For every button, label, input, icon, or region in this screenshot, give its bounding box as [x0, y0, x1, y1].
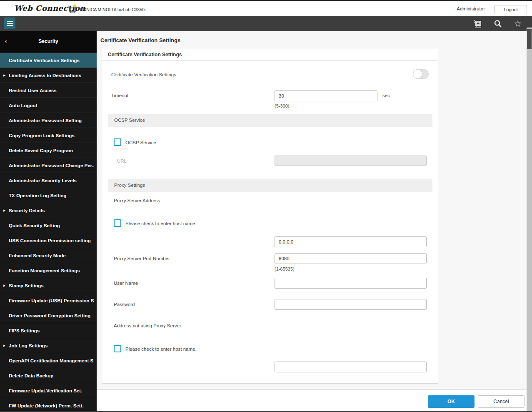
expand-arrow-icon: ▶: [3, 284, 5, 287]
sidebar-item-security-details[interactable]: ▶Security Details: [0, 203, 97, 218]
page-title: Certificate Verification Settings: [100, 37, 180, 43]
cert-verification-toggle[interactable]: [413, 69, 429, 79]
timeout-unit: sec.: [382, 93, 391, 98]
proxy-address-input[interactable]: [275, 236, 427, 247]
timeout-input[interactable]: [275, 90, 377, 101]
sidebar-item-administrator-password-setting[interactable]: ▶Administrator Password Setting: [0, 113, 97, 128]
expand-arrow-icon: ▶: [3, 74, 5, 77]
menu-hamburger-button[interactable]: [4, 18, 15, 29]
cancel-button[interactable]: Cancel: [478, 395, 525, 408]
sidebar-item-job-log-settings[interactable]: ▶Job Log Settings: [0, 338, 97, 353]
sidebar-item-tx-operation-log-setting[interactable]: ▶TX Operation Log Setting: [0, 188, 97, 203]
ocsp-url-input[interactable]: [275, 156, 427, 166]
timeout-range-hint: (5-300): [275, 103, 289, 108]
proxy-server-address-label: Proxy Server Address: [114, 198, 160, 203]
expand-arrow-icon: ▶: [3, 209, 5, 212]
proxy-port-input[interactable]: [275, 253, 427, 264]
sidebar-item-fw-update-network-perm-sett[interactable]: ▶FW Update (Network) Perm. Sett.: [0, 398, 97, 412]
device-name: KONICA MINOLTA bizhub C3350i: [80, 6, 145, 12]
timeout-label: Timeout: [111, 93, 128, 98]
app-header: Web Connection KONICA MINOLTA bizhub C33…: [0, 1, 532, 16]
no-proxy-address-label: Address not using Proxy Server: [114, 323, 181, 328]
password-input[interactable]: [275, 299, 427, 310]
printer-icon: [68, 4, 77, 14]
sidebar-item-auto-logout[interactable]: ▶Auto Logout: [0, 98, 97, 113]
sidebar-header: ‹ Security: [0, 31, 97, 52]
sidebar-menu: ▶Certificate Verification Settings ▶Limi…: [0, 53, 97, 412]
security-sidebar: ‹ Security ▶Certificate Verification Set…: [0, 31, 97, 411]
device-info: KONICA MINOLTA bizhub C3350i: [68, 4, 145, 14]
proxy-hostname-checkbox-label: Please check to enter host name.: [125, 221, 197, 226]
expand-arrow-icon: ▶: [3, 344, 5, 347]
sidebar-item-quick-security-setting[interactable]: ▶Quick Security Setting: [0, 218, 97, 233]
action-footer: OK Cancel: [97, 389, 527, 411]
sidebar-item-firmware-update-verification-set[interactable]: ▶Firmware Updat.Verification Set.: [0, 383, 97, 398]
no-proxy-hostname-checkbox[interactable]: [114, 345, 121, 352]
ocsp-section-title: OCSP Service: [114, 118, 145, 123]
settings-panel: Certificate Verification Settings Certif…: [102, 48, 438, 384]
username-label: User Name: [114, 281, 138, 286]
proxy-hostname-checkbox[interactable]: [114, 219, 121, 227]
ocsp-url-label: URL: [117, 158, 127, 163]
sidebar-title: Security: [0, 38, 97, 44]
sidebar-item-fips-settings[interactable]: ▶FIPS Settings: [0, 323, 97, 338]
logout-button[interactable]: Logout: [495, 5, 527, 14]
no-proxy-hostname-checkbox-label: Please check to enter host name.: [125, 347, 197, 352]
sidebar-item-administrator-security-levels[interactable]: ▶Administrator Security Levels: [0, 173, 97, 188]
vertical-scrollbar[interactable]: [527, 28, 532, 411]
sidebar-item-driver-password-encryption-setting[interactable]: ▶Driver Password Encryption Setting: [0, 308, 97, 323]
sidebar-item-usb-connection-permission-setting[interactable]: ▶USB Connection Permission setting: [0, 233, 97, 248]
toolbar: ☆: [0, 16, 532, 31]
panel-title: Certificate Verification Settings: [108, 52, 182, 58]
ocsp-service-checkbox-label: OCSP Service: [125, 140, 156, 145]
username-input[interactable]: [275, 278, 427, 289]
sidebar-item-limiting-access-to-destinations[interactable]: ▶Limiting Access to Destinations: [0, 68, 97, 83]
sidebar-item-function-management-settings[interactable]: ▶Function Management Settings: [0, 263, 97, 278]
sidebar-item-delete-saved-copy-program[interactable]: ▶Delete Saved Copy Program: [0, 143, 97, 158]
sidebar-item-copy-program-lock-settings[interactable]: ▶Copy Program Lock Settings: [0, 128, 97, 143]
sidebar-item-delete-data-backup[interactable]: ▶Delete Data Backup: [0, 368, 97, 383]
proxy-section-bar: Proxy Settings: [108, 179, 432, 192]
no-proxy-address-input[interactable]: [275, 362, 427, 372]
search-icon[interactable]: [493, 19, 503, 29]
sidebar-item-certificate-verification-settings[interactable]: ▶Certificate Verification Settings: [0, 53, 97, 68]
sidebar-item-stamp-settings[interactable]: ▶Stamp Settings: [0, 278, 97, 293]
proxy-port-label: Proxy Server Port Number: [114, 256, 170, 261]
device-status-icon[interactable]: [473, 19, 483, 29]
status-dot: [74, 5, 76, 7]
sidebar-item-restrict-user-access[interactable]: ▶Restrict User Access: [0, 83, 97, 98]
cert-verification-toggle-label: Certificate Verification Settings: [111, 72, 176, 77]
ocsp-service-checkbox[interactable]: [114, 138, 121, 146]
proxy-section-title: Proxy Settings: [114, 183, 145, 188]
password-label: Password: [114, 302, 135, 307]
panel-header: Certificate Verification Settings: [102, 48, 438, 61]
sidebar-item-firmware-update-usb-permission[interactable]: ▶Firmware Update (USB) Permission S...: [0, 293, 97, 308]
toggle-knob: [413, 69, 422, 79]
ok-button[interactable]: OK: [428, 395, 475, 408]
favorites-star-icon[interactable]: ☆: [513, 19, 523, 29]
logged-in-user: Administrator: [457, 6, 485, 11]
sidebar-item-openapi-certification-management[interactable]: ▶OpenAPI Certification Management S...: [0, 353, 97, 368]
main-content: Certificate Verification Settings Certif…: [97, 31, 527, 411]
sidebar-item-administrator-password-change-permission[interactable]: ▶Administrator Password Change Per...: [0, 158, 97, 173]
sidebar-item-enhanced-security-mode[interactable]: ▶Enhanced Security Mode: [0, 248, 97, 263]
scrollbar-thumb[interactable]: [527, 29, 532, 49]
proxy-port-range-hint: (1-65535): [275, 266, 295, 271]
ocsp-section-bar: OCSP Service: [108, 114, 432, 127]
